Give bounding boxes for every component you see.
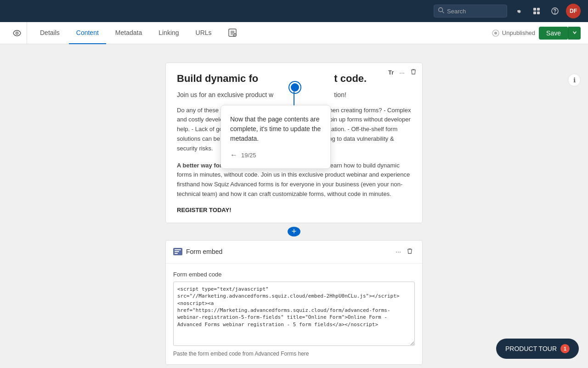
form-embed-textarea[interactable]: <script type="text/javascript" src="//Ma… [173,282,415,346]
tooltip-progress: 19/25 [241,152,256,159]
form-embed-title: Form embed [173,248,222,255]
form-embed-body: Form embed code <script type="text/javas… [166,264,422,364]
pages-icon-button[interactable] [529,4,544,18]
svg-rect-5 [537,12,540,14]
svg-rect-4 [533,12,536,14]
product-tour-badge: 1 [560,344,570,353]
tab-urls[interactable]: URLs [188,22,219,44]
tooltip-back-button[interactable]: ← [230,151,237,159]
svg-rect-18 [175,249,181,250]
svg-point-7 [555,13,555,13]
svg-point-8 [16,32,18,34]
search-icon [438,7,444,15]
tab-page-settings[interactable] [221,22,244,44]
tab-actions: Unpublished Save [492,27,581,40]
form-embed-icon [173,248,182,255]
svg-rect-2 [533,8,536,11]
tab-bar: Details Content Metadata Linking URLs [0,22,588,44]
form-embed-header: Form embed ··· [166,241,422,264]
form-embed-label: Form embed code [173,271,415,278]
tooltip-message: Now that the page contents are complete,… [230,115,321,144]
help-icon-button[interactable] [548,4,562,18]
save-dropdown-button[interactable] [568,27,581,40]
settings-icon-button[interactable] [511,4,526,18]
register-label: REGISTER TODAY! [177,207,411,213]
publish-status: Unpublished [492,29,535,37]
svg-line-1 [442,12,444,13]
preview-tab[interactable] [7,22,27,44]
form-embed-actions: ··· [394,246,415,258]
tooltip-footer: ← 19/25 [230,151,321,159]
step-indicator [289,82,300,93]
tab-linking[interactable]: Linking [151,22,186,44]
tab-details[interactable]: Details [33,22,67,44]
svg-rect-20 [175,253,178,254]
product-tour-label: PRODUCT TOUR [505,345,557,352]
svg-point-17 [494,32,497,34]
more-options-button[interactable]: ··· [397,67,407,78]
svg-rect-19 [175,251,179,252]
add-block-button[interactable]: + [288,227,300,236]
tooltip-popup: Now that the page contents are complete,… [220,105,331,169]
top-navigation: DF [0,0,588,22]
tab-metadata[interactable]: Metadata [108,22,149,44]
main-container: Details Content Metadata Linking URLs [0,22,588,368]
form-embed-help-text: Paste the form embed code from Advanced … [173,351,415,357]
step-indicator-line [294,92,294,105]
product-tour-button[interactable]: PRODUCT TOUR 1 [496,339,579,359]
user-avatar[interactable]: DF [566,4,581,18]
info-button[interactable]: ℹ [568,74,581,86]
save-button[interactable]: Save [539,27,568,40]
delete-block-button[interactable] [408,67,418,78]
tab-content[interactable]: Content [69,22,106,44]
content-area: ℹ Now that the page contents are complet… [0,44,588,368]
text-format-button[interactable]: Tr [386,67,396,78]
block-toolbar: Tr ··· [386,67,418,78]
svg-rect-3 [537,8,540,11]
search-box[interactable] [434,5,507,17]
search-input[interactable] [447,8,502,15]
save-button-group: Save [539,27,581,40]
form-embed-more-button[interactable]: ··· [394,246,403,257]
form-embed-delete-button[interactable] [405,246,415,258]
form-embed-block: Form embed ··· Form embed code <script t… [165,240,423,365]
